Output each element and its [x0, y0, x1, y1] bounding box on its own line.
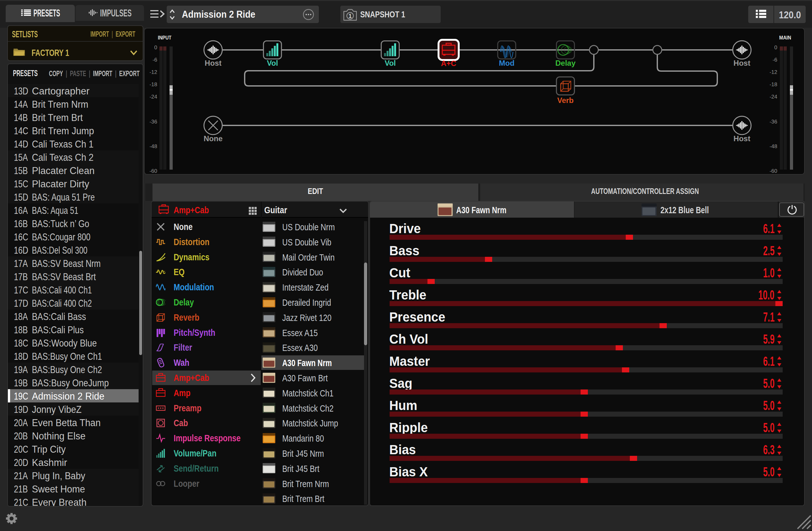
svg-text:Host: Host	[734, 134, 750, 143]
svg-text:None: None	[204, 134, 222, 143]
svg-text:Host: Host	[205, 59, 221, 67]
svg-text:-18: -18	[149, 82, 157, 87]
svg-text:1: 1	[349, 13, 352, 19]
svg-text:-36: -36	[769, 119, 777, 125]
svg-text:-48: -48	[769, 143, 777, 149]
svg-text:-24: -24	[769, 94, 777, 100]
svg-text:-6: -6	[153, 57, 157, 63]
svg-text:-24: -24	[149, 94, 157, 100]
svg-text:-12: -12	[149, 69, 157, 75]
svg-text:-18: -18	[769, 82, 777, 87]
svg-text:Mod: Mod	[499, 59, 514, 67]
svg-text:Vol: Vol	[385, 59, 396, 67]
svg-text:MAIN: MAIN	[779, 35, 791, 41]
svg-text:Host: Host	[734, 59, 750, 67]
svg-text:Delay: Delay	[555, 59, 576, 67]
svg-text:-36: -36	[149, 119, 157, 125]
svg-text:-48: -48	[149, 143, 157, 149]
svg-text:INPUT: INPUT	[158, 35, 172, 41]
svg-text:0: 0	[154, 45, 157, 51]
svg-text:-12: -12	[769, 69, 777, 75]
svg-text:A+C: A+C	[441, 59, 456, 68]
svg-text:Vol: Vol	[267, 59, 278, 67]
svg-text:-60: -60	[769, 168, 777, 174]
svg-text:-6: -6	[772, 57, 777, 63]
svg-text:Verb: Verb	[557, 96, 574, 104]
svg-text:0: 0	[774, 45, 777, 51]
svg-text:-60: -60	[149, 168, 157, 174]
